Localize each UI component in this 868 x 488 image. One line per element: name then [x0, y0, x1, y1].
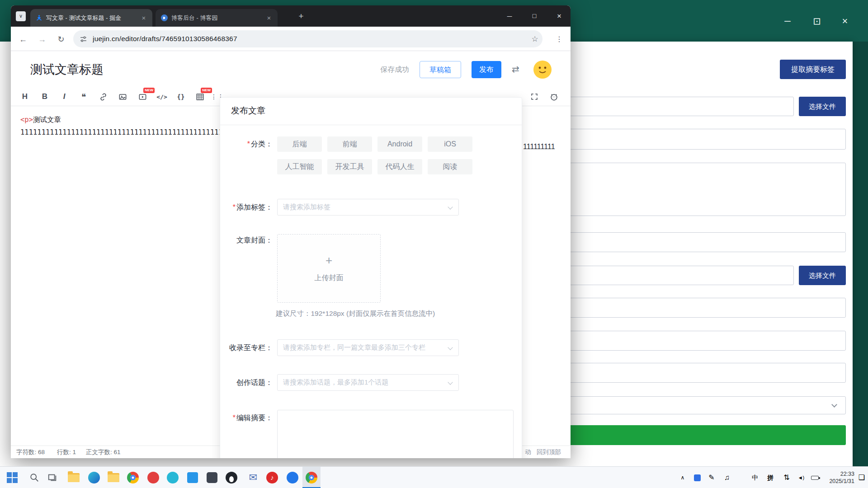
publish-button[interactable]: 发布 [472, 61, 501, 78]
red-app-icon[interactable] [144, 467, 162, 488]
category-chip[interactable]: iOS [428, 136, 472, 152]
link-icon[interactable] [97, 90, 109, 103]
dialog-divider [220, 125, 522, 125]
file-explorer-icon[interactable] [65, 467, 83, 488]
cover-upload-box[interactable]: + 上传封面 [277, 234, 381, 303]
category-chip[interactable]: 后端 [277, 136, 322, 152]
tab-juejin-editor[interactable]: 写文章 - 测试文章标题 - 掘金 × [30, 9, 152, 27]
window-close-button[interactable]: × [551, 5, 567, 27]
reload-button[interactable]: ↻ [54, 33, 68, 46]
window-minimize-button[interactable]: ─ [501, 5, 518, 27]
bold-icon[interactable]: B [38, 90, 51, 103]
dark-app-icon[interactable] [203, 467, 221, 488]
chevron-down-icon [448, 380, 453, 385]
column-select[interactable]: 请搜索添加专栏，同一篇文章最多添加三个专栏 [277, 339, 459, 356]
qq-icon[interactable] [222, 467, 241, 488]
chrome-icon[interactable] [124, 467, 142, 488]
swap-layout-icon[interactable]: ⇄ [512, 64, 519, 75]
back-to-top-button[interactable]: 回到顶部 [537, 446, 561, 458]
tab-close-icon[interactable]: × [265, 14, 273, 22]
summary-textarea[interactable] [277, 410, 514, 458]
category-chip[interactable]: 前端 [327, 136, 372, 152]
category-label-text: 分类： [251, 140, 273, 148]
summary-label: *编辑摘要： [220, 413, 273, 423]
line-count: 行数: 1 [57, 446, 76, 458]
tags-select[interactable]: 请搜索添加标签 [277, 199, 459, 216]
bg-close-button[interactable]: × [837, 14, 853, 29]
bg-minimize-button[interactable]: ─ [780, 14, 795, 29]
vscode-icon[interactable] [184, 467, 202, 488]
image-icon[interactable] [116, 90, 129, 103]
category-chip[interactable]: 人工智能 [277, 159, 322, 174]
bookmark-star-icon[interactable]: ☆ [527, 34, 542, 44]
cnblogs-favicon-icon [161, 14, 168, 21]
table-icon[interactable]: NEW [193, 90, 206, 103]
music-app-icon[interactable]: ♪ [263, 467, 281, 488]
extract-summary-button[interactable]: 提取摘要标签 [780, 60, 846, 79]
desktop: ─ ⊡ × 提取摘要标签 选择文件 选择文件 ∨ 写文章 - 测试文章标题 - … [0, 0, 868, 488]
cover-label: 文章封面： [220, 235, 273, 245]
category-chip[interactable]: 代码人生 [377, 159, 422, 174]
char-count: 字符数: 68 [16, 446, 45, 458]
edge-browser-icon[interactable] [85, 467, 103, 488]
blockquote-icon[interactable]: ❝ [77, 90, 90, 103]
tray-audio-icon[interactable]: ♫ [722, 467, 732, 488]
new-tab-button[interactable]: + [296, 11, 307, 22]
github-icon[interactable] [547, 90, 560, 103]
code-block-icon[interactable]: </> [156, 90, 168, 103]
volume-icon[interactable]: ◄) [795, 467, 807, 488]
forward-button[interactable]: → [35, 33, 49, 46]
topic-select[interactable]: 请搜索添加话题，最多添加1个话题 [277, 374, 459, 391]
category-chip[interactable]: 开发工具 [327, 159, 372, 174]
video-icon[interactable]: NEW [136, 90, 149, 103]
cover-label-text: 文章封面： [236, 236, 273, 244]
task-view-icon[interactable] [43, 467, 61, 488]
category-chip[interactable]: 阅读 [428, 159, 472, 174]
category-label: *分类： [220, 136, 273, 152]
mail-app-icon[interactable]: ✉ [244, 467, 262, 488]
bg-capture-icon[interactable]: ⊡ [809, 14, 825, 29]
fullscreen-icon[interactable] [528, 90, 541, 103]
site-info-icon[interactable] [80, 35, 87, 43]
avatar[interactable] [533, 61, 552, 79]
tab-search-button[interactable]: ∨ [16, 11, 26, 21]
article-title-input[interactable]: 测试文章标题 [30, 62, 104, 77]
category-chip[interactable]: Android [377, 136, 422, 152]
tray-app-icon[interactable] [692, 467, 703, 488]
tab-title: 博客后台 - 博客园 [171, 14, 261, 22]
browser-menu-icon[interactable]: ⋮ [552, 33, 566, 46]
inline-code-icon[interactable]: {} [175, 90, 187, 103]
search-icon[interactable] [25, 467, 43, 488]
chrome-active-icon[interactable] [302, 467, 321, 488]
notification-center-icon[interactable]: ❏ [856, 467, 867, 488]
chevron-down-icon [448, 204, 453, 209]
markdown-editor-pane[interactable]: <p>测试文章 11111111111111111111111111111111… [11, 106, 220, 446]
heading-icon[interactable]: H [19, 90, 31, 103]
hidden-icons-chevron[interactable]: ∧ [677, 467, 688, 488]
ime-pinyin-indicator[interactable]: 拼 [765, 467, 776, 488]
tab-close-icon[interactable]: × [140, 14, 148, 22]
draft-box-button[interactable]: 草稿箱 [420, 61, 461, 78]
folder-shortcut-icon[interactable] [104, 467, 123, 488]
tab-cnblogs-admin[interactable]: 博客后台 - 博客园 × [156, 9, 278, 27]
network-icon[interactable]: ⇅ [781, 467, 792, 488]
upload-cover-text: 上传封面 [278, 273, 380, 283]
category-row-2: 人工智能 开发工具 代码人生 阅读 [277, 159, 472, 174]
choose-file-button-2[interactable]: 选择文件 [799, 266, 846, 285]
url-text: juejin.cn/editor/drafts/7465910130586468… [93, 35, 527, 43]
blue-app-icon[interactable] [283, 467, 302, 488]
ime-chinese-indicator[interactable]: 中 [750, 467, 760, 488]
italic-icon[interactable]: I [58, 90, 71, 103]
juejin-editor-page: 测试文章标题 保存成功 草稿箱 发布 ⇄ H B I ❝ [11, 51, 571, 458]
new-badge: NEW [143, 88, 155, 93]
start-button[interactable] [3, 467, 21, 488]
battery-icon[interactable] [809, 467, 820, 488]
address-bar[interactable]: juejin.cn/editor/drafts/7465910130586468… [73, 30, 542, 47]
choose-file-button-1[interactable]: 选择文件 [799, 97, 846, 116]
window-maximize-button[interactable]: □ [526, 5, 542, 27]
taskbar-clock[interactable]: 22:33 2025/1/31 [821, 470, 854, 485]
cyan-app-icon[interactable] [164, 467, 182, 488]
back-button[interactable]: ← [16, 33, 30, 46]
tray-pen-icon[interactable]: ✎ [706, 467, 717, 488]
column-placeholder: 请搜索添加专栏，同一篇文章最多添加三个专栏 [283, 343, 425, 352]
